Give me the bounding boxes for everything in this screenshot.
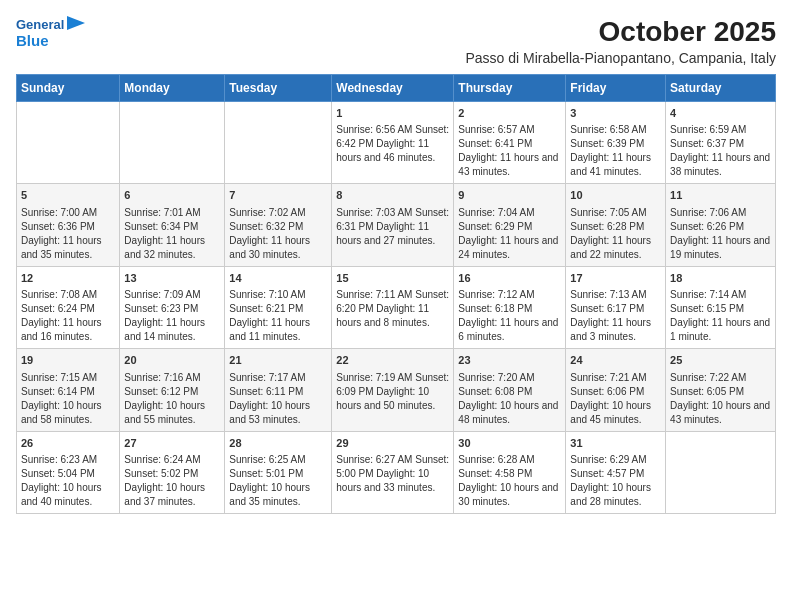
- calendar-cell: 19Sunrise: 7:15 AM Sunset: 6:14 PM Dayli…: [17, 349, 120, 431]
- day-number: 21: [229, 353, 327, 368]
- day-number: 28: [229, 436, 327, 451]
- calendar-cell: 1Sunrise: 6:56 AM Sunset: 6:42 PM Daylig…: [332, 102, 454, 184]
- cell-info: Sunrise: 7:20 AM Sunset: 6:08 PM Dayligh…: [458, 371, 561, 427]
- calendar-cell: 23Sunrise: 7:20 AM Sunset: 6:08 PM Dayli…: [454, 349, 566, 431]
- logo-text: General: [16, 17, 64, 33]
- day-number: 1: [336, 106, 449, 121]
- cell-info: Sunrise: 6:56 AM Sunset: 6:42 PM Dayligh…: [336, 123, 449, 165]
- cell-info: Sunrise: 6:23 AM Sunset: 5:04 PM Dayligh…: [21, 453, 115, 509]
- cell-info: Sunrise: 7:04 AM Sunset: 6:29 PM Dayligh…: [458, 206, 561, 262]
- header-wednesday: Wednesday: [332, 75, 454, 102]
- week-row-3: 19Sunrise: 7:15 AM Sunset: 6:14 PM Dayli…: [17, 349, 776, 431]
- day-number: 23: [458, 353, 561, 368]
- logo-arrow-icon: [67, 16, 85, 30]
- calendar-cell: 13Sunrise: 7:09 AM Sunset: 6:23 PM Dayli…: [120, 266, 225, 348]
- header-tuesday: Tuesday: [225, 75, 332, 102]
- calendar-cell: 5Sunrise: 7:00 AM Sunset: 6:36 PM Daylig…: [17, 184, 120, 266]
- cell-info: Sunrise: 6:25 AM Sunset: 5:01 PM Dayligh…: [229, 453, 327, 509]
- cell-info: Sunrise: 7:16 AM Sunset: 6:12 PM Dayligh…: [124, 371, 220, 427]
- calendar-cell: 22Sunrise: 7:19 AM Sunset: 6:09 PM Dayli…: [332, 349, 454, 431]
- cell-info: Sunrise: 7:15 AM Sunset: 6:14 PM Dayligh…: [21, 371, 115, 427]
- svg-marker-0: [67, 16, 85, 30]
- cell-info: Sunrise: 7:03 AM Sunset: 6:31 PM Dayligh…: [336, 206, 449, 248]
- day-number: 25: [670, 353, 771, 368]
- week-row-4: 26Sunrise: 6:23 AM Sunset: 5:04 PM Dayli…: [17, 431, 776, 513]
- day-number: 8: [336, 188, 449, 203]
- cell-info: Sunrise: 7:13 AM Sunset: 6:17 PM Dayligh…: [570, 288, 661, 344]
- calendar-cell: 27Sunrise: 6:24 AM Sunset: 5:02 PM Dayli…: [120, 431, 225, 513]
- logo: General Blue: [16, 16, 85, 50]
- header-saturday: Saturday: [666, 75, 776, 102]
- header-sunday: Sunday: [17, 75, 120, 102]
- calendar-cell: 26Sunrise: 6:23 AM Sunset: 5:04 PM Dayli…: [17, 431, 120, 513]
- day-number: 5: [21, 188, 115, 203]
- calendar-cell: 11Sunrise: 7:06 AM Sunset: 6:26 PM Dayli…: [666, 184, 776, 266]
- page-title: October 2025: [465, 16, 776, 48]
- calendar-cell: 2Sunrise: 6:57 AM Sunset: 6:41 PM Daylig…: [454, 102, 566, 184]
- calendar-cell: 7Sunrise: 7:02 AM Sunset: 6:32 PM Daylig…: [225, 184, 332, 266]
- day-number: 31: [570, 436, 661, 451]
- cell-info: Sunrise: 6:59 AM Sunset: 6:37 PM Dayligh…: [670, 123, 771, 179]
- calendar-cell: 10Sunrise: 7:05 AM Sunset: 6:28 PM Dayli…: [566, 184, 666, 266]
- cell-info: Sunrise: 7:22 AM Sunset: 6:05 PM Dayligh…: [670, 371, 771, 427]
- cell-info: Sunrise: 6:29 AM Sunset: 4:57 PM Dayligh…: [570, 453, 661, 509]
- day-number: 10: [570, 188, 661, 203]
- calendar-cell: 14Sunrise: 7:10 AM Sunset: 6:21 PM Dayli…: [225, 266, 332, 348]
- calendar-cell: 9Sunrise: 7:04 AM Sunset: 6:29 PM Daylig…: [454, 184, 566, 266]
- cell-info: Sunrise: 7:09 AM Sunset: 6:23 PM Dayligh…: [124, 288, 220, 344]
- day-number: 18: [670, 271, 771, 286]
- day-number: 14: [229, 271, 327, 286]
- calendar-cell: 3Sunrise: 6:58 AM Sunset: 6:39 PM Daylig…: [566, 102, 666, 184]
- page-subtitle: Passo di Mirabella-Pianopantano, Campani…: [465, 50, 776, 66]
- cell-info: Sunrise: 7:21 AM Sunset: 6:06 PM Dayligh…: [570, 371, 661, 427]
- cell-info: Sunrise: 6:58 AM Sunset: 6:39 PM Dayligh…: [570, 123, 661, 179]
- day-number: 2: [458, 106, 561, 121]
- day-number: 29: [336, 436, 449, 451]
- calendar-cell: [17, 102, 120, 184]
- calendar-cell: [225, 102, 332, 184]
- calendar-cell: 4Sunrise: 6:59 AM Sunset: 6:37 PM Daylig…: [666, 102, 776, 184]
- cell-info: Sunrise: 7:08 AM Sunset: 6:24 PM Dayligh…: [21, 288, 115, 344]
- calendar-cell: 8Sunrise: 7:03 AM Sunset: 6:31 PM Daylig…: [332, 184, 454, 266]
- cell-info: Sunrise: 7:11 AM Sunset: 6:20 PM Dayligh…: [336, 288, 449, 330]
- title-section: October 2025 Passo di Mirabella-Pianopan…: [465, 16, 776, 66]
- calendar-cell: 16Sunrise: 7:12 AM Sunset: 6:18 PM Dayli…: [454, 266, 566, 348]
- day-number: 26: [21, 436, 115, 451]
- calendar-cell: 17Sunrise: 7:13 AM Sunset: 6:17 PM Dayli…: [566, 266, 666, 348]
- cell-info: Sunrise: 7:10 AM Sunset: 6:21 PM Dayligh…: [229, 288, 327, 344]
- week-row-0: 1Sunrise: 6:56 AM Sunset: 6:42 PM Daylig…: [17, 102, 776, 184]
- day-number: 4: [670, 106, 771, 121]
- cell-info: Sunrise: 7:02 AM Sunset: 6:32 PM Dayligh…: [229, 206, 327, 262]
- header-monday: Monday: [120, 75, 225, 102]
- cell-info: Sunrise: 6:27 AM Sunset: 5:00 PM Dayligh…: [336, 453, 449, 495]
- calendar-cell: 20Sunrise: 7:16 AM Sunset: 6:12 PM Dayli…: [120, 349, 225, 431]
- cell-info: Sunrise: 7:14 AM Sunset: 6:15 PM Dayligh…: [670, 288, 771, 344]
- day-number: 16: [458, 271, 561, 286]
- day-number: 9: [458, 188, 561, 203]
- week-row-1: 5Sunrise: 7:00 AM Sunset: 6:36 PM Daylig…: [17, 184, 776, 266]
- calendar-cell: 18Sunrise: 7:14 AM Sunset: 6:15 PM Dayli…: [666, 266, 776, 348]
- calendar-table: SundayMondayTuesdayWednesdayThursdayFrid…: [16, 74, 776, 514]
- day-number: 12: [21, 271, 115, 286]
- cell-info: Sunrise: 7:06 AM Sunset: 6:26 PM Dayligh…: [670, 206, 771, 262]
- calendar-cell: 30Sunrise: 6:28 AM Sunset: 4:58 PM Dayli…: [454, 431, 566, 513]
- calendar-cell: 31Sunrise: 6:29 AM Sunset: 4:57 PM Dayli…: [566, 431, 666, 513]
- cell-info: Sunrise: 7:19 AM Sunset: 6:09 PM Dayligh…: [336, 371, 449, 413]
- cell-info: Sunrise: 6:57 AM Sunset: 6:41 PM Dayligh…: [458, 123, 561, 179]
- day-number: 19: [21, 353, 115, 368]
- header-row: SundayMondayTuesdayWednesdayThursdayFrid…: [17, 75, 776, 102]
- header-thursday: Thursday: [454, 75, 566, 102]
- calendar-cell: [120, 102, 225, 184]
- cell-info: Sunrise: 6:28 AM Sunset: 4:58 PM Dayligh…: [458, 453, 561, 509]
- calendar-cell: 24Sunrise: 7:21 AM Sunset: 6:06 PM Dayli…: [566, 349, 666, 431]
- day-number: 11: [670, 188, 771, 203]
- calendar-cell: 28Sunrise: 6:25 AM Sunset: 5:01 PM Dayli…: [225, 431, 332, 513]
- logo-blue-text: Blue: [16, 32, 85, 50]
- day-number: 22: [336, 353, 449, 368]
- week-row-2: 12Sunrise: 7:08 AM Sunset: 6:24 PM Dayli…: [17, 266, 776, 348]
- calendar-cell: 6Sunrise: 7:01 AM Sunset: 6:34 PM Daylig…: [120, 184, 225, 266]
- header-friday: Friday: [566, 75, 666, 102]
- day-number: 7: [229, 188, 327, 203]
- calendar-cell: 29Sunrise: 6:27 AM Sunset: 5:00 PM Dayli…: [332, 431, 454, 513]
- cell-info: Sunrise: 7:01 AM Sunset: 6:34 PM Dayligh…: [124, 206, 220, 262]
